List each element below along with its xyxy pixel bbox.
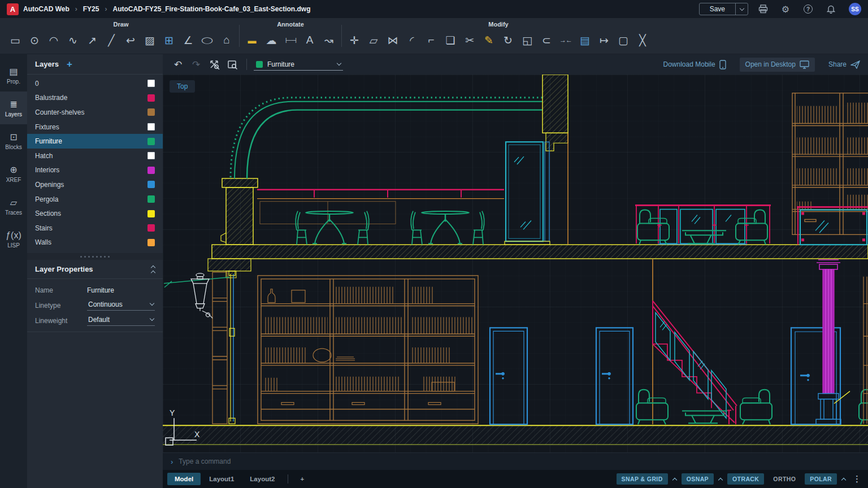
sidebar-item-traces[interactable]: ▱Traces bbox=[0, 190, 27, 223]
move-icon[interactable]: ✛ bbox=[345, 29, 364, 51]
join-icon[interactable]: →← bbox=[556, 29, 575, 51]
spline-icon[interactable]: ∿ bbox=[63, 29, 83, 51]
layer-row-sections[interactable]: Sections bbox=[27, 206, 163, 221]
chamfer-icon[interactable]: ⌐ bbox=[422, 29, 441, 51]
mirror-icon[interactable]: ⋈ bbox=[383, 29, 402, 51]
rectangle-icon[interactable]: ▭ bbox=[6, 29, 25, 51]
add-layout-button[interactable]: + bbox=[293, 473, 311, 485]
line-icon[interactable]: ╱ bbox=[102, 29, 121, 51]
drawing-canvas[interactable]: Y X bbox=[163, 75, 868, 452]
panel-resize-handle[interactable] bbox=[27, 253, 163, 260]
zoom-extents-button[interactable] bbox=[207, 57, 222, 72]
layer-row-openings[interactable]: Openings bbox=[27, 177, 163, 192]
linear-dimension-icon[interactable]: ⊢⊣ bbox=[281, 29, 300, 51]
layer-color-swatch[interactable] bbox=[147, 94, 155, 102]
offset-icon[interactable]: ⊂ bbox=[537, 29, 556, 51]
save-button[interactable]: Save bbox=[700, 3, 735, 15]
chevron-up-icon[interactable] bbox=[672, 477, 678, 482]
stretch-icon[interactable]: ▱ bbox=[364, 29, 383, 51]
help-button[interactable]: ? bbox=[800, 2, 816, 16]
layer-row-fixtures[interactable]: Fixtures bbox=[27, 120, 163, 134]
collapse-panel-button[interactable] bbox=[151, 264, 155, 274]
explode-icon[interactable]: ▢ bbox=[614, 29, 633, 51]
open-in-desktop-button[interactable]: Open in Desktop bbox=[740, 58, 815, 72]
measure-angle-icon[interactable]: ∠ bbox=[179, 29, 198, 51]
command-bar[interactable]: › Type a command bbox=[163, 452, 868, 470]
tab-model[interactable]: Model bbox=[167, 473, 201, 485]
sidebar-item-xref[interactable]: ⊕XREF bbox=[0, 157, 27, 190]
user-avatar[interactable]: SS bbox=[849, 3, 861, 15]
layer-color-swatch[interactable] bbox=[147, 123, 155, 130]
app-name[interactable]: AutoCAD Web bbox=[23, 5, 70, 13]
polyline-icon[interactable]: ↩ bbox=[121, 29, 140, 51]
copy-icon[interactable]: ❏ bbox=[441, 29, 460, 51]
breadcrumb-folder[interactable]: FY25 bbox=[83, 5, 99, 13]
tab-layout1[interactable]: Layout1 bbox=[202, 473, 241, 485]
layer-row-0[interactable]: 0 bbox=[27, 76, 163, 91]
hatch-icon[interactable]: ▨ bbox=[140, 29, 159, 51]
delete-icon[interactable]: ╳ bbox=[633, 29, 652, 51]
print-button[interactable] bbox=[755, 2, 771, 16]
layer-color-swatch[interactable] bbox=[147, 108, 155, 116]
layer-row-interiors[interactable]: Interiors bbox=[27, 163, 163, 178]
ellipse-icon[interactable]: ◯ bbox=[198, 33, 217, 47]
settings-button[interactable]: ⚙ bbox=[778, 2, 793, 16]
sidebar-item-lisp[interactable]: ƒ(x)LISP bbox=[0, 223, 27, 255]
layer-row-stairs[interactable]: Stairs bbox=[27, 221, 163, 236]
scale-icon[interactable]: ◱ bbox=[518, 29, 537, 51]
arc-icon[interactable]: ◠ bbox=[44, 29, 63, 51]
layer-color-swatch[interactable] bbox=[147, 167, 155, 174]
layer-row-counter-shelves[interactable]: Counter-shelves bbox=[27, 105, 163, 120]
toggle-ortho[interactable]: ORTHO bbox=[768, 473, 801, 485]
toggle-otrack[interactable]: OTRACK bbox=[727, 473, 764, 485]
extend-icon[interactable]: ↦ bbox=[594, 29, 614, 51]
drawing-viewport[interactable]: Top bbox=[163, 75, 868, 452]
layer-row-pergola[interactable]: Pergola bbox=[27, 192, 163, 207]
sidebar-item-layers[interactable]: ≣Layers bbox=[0, 91, 27, 124]
redo-button[interactable]: ↷ bbox=[189, 57, 203, 72]
layer-row-balustrade[interactable]: Balustrade bbox=[27, 91, 163, 106]
text-icon[interactable]: A bbox=[300, 29, 319, 51]
layer-color-swatch[interactable] bbox=[147, 181, 155, 188]
layer-color-swatch[interactable] bbox=[147, 138, 155, 145]
rotate-icon[interactable]: ↻ bbox=[498, 29, 518, 51]
toggle-osnap[interactable]: OSNAP bbox=[682, 473, 714, 485]
current-layer-dropdown[interactable]: Furniture bbox=[254, 59, 343, 71]
lineweight-dropdown[interactable]: Default bbox=[87, 316, 155, 326]
layer-row-hatch[interactable]: Hatch bbox=[27, 149, 163, 163]
layer-color-swatch[interactable] bbox=[147, 210, 155, 217]
add-layer-button[interactable]: + bbox=[67, 59, 72, 69]
circle-icon[interactable]: ⊙ bbox=[25, 29, 44, 51]
trim-icon[interactable]: ✂ bbox=[460, 29, 479, 51]
layer-color-swatch[interactable] bbox=[147, 152, 155, 159]
dimension-ruler-icon[interactable]: ▬ bbox=[242, 29, 262, 51]
view-orientation-badge[interactable]: Top bbox=[170, 80, 195, 93]
notifications-button[interactable] bbox=[823, 2, 839, 16]
download-mobile-link[interactable]: Download Mobile bbox=[663, 60, 726, 69]
layer-row-walls[interactable]: Walls bbox=[27, 236, 163, 250]
layer-color-swatch[interactable] bbox=[147, 239, 155, 246]
chevron-up-icon[interactable] bbox=[841, 477, 847, 482]
match-properties-icon[interactable]: ▤ bbox=[575, 29, 594, 51]
toggle-snap-grid[interactable]: SNAP & GRID bbox=[617, 473, 668, 485]
polygon-icon[interactable]: ⌂ bbox=[217, 29, 236, 51]
leader-icon[interactable]: ↝ bbox=[319, 29, 338, 51]
fillet-icon[interactable]: ◜ bbox=[402, 29, 422, 51]
measure-distance-icon[interactable]: ↗ bbox=[83, 29, 102, 51]
toggle-polar[interactable]: POLAR bbox=[805, 473, 837, 485]
tab-layout2[interactable]: Layout2 bbox=[242, 473, 282, 485]
linetype-dropdown[interactable]: Continuous bbox=[87, 300, 155, 311]
revision-cloud-icon[interactable]: ☁ bbox=[262, 29, 281, 51]
layer-color-swatch[interactable] bbox=[147, 224, 155, 232]
undo-button[interactable]: ↶ bbox=[171, 57, 185, 72]
insert-block-icon[interactable]: ⊞ bbox=[159, 29, 179, 51]
chevron-up-icon[interactable] bbox=[718, 477, 723, 482]
sidebar-item-blocks[interactable]: ⊡Blocks bbox=[0, 124, 27, 157]
overflow-menu-icon[interactable]: ⋮ bbox=[850, 474, 863, 484]
zoom-window-button[interactable] bbox=[225, 57, 240, 72]
save-dropdown-button[interactable] bbox=[735, 3, 748, 15]
highlight-erase-icon[interactable]: ✎ bbox=[479, 29, 498, 51]
command-input[interactable]: Type a command bbox=[179, 457, 231, 465]
sidebar-item-prop[interactable]: ▤Prop. bbox=[0, 59, 27, 91]
layer-color-swatch[interactable] bbox=[147, 195, 155, 203]
